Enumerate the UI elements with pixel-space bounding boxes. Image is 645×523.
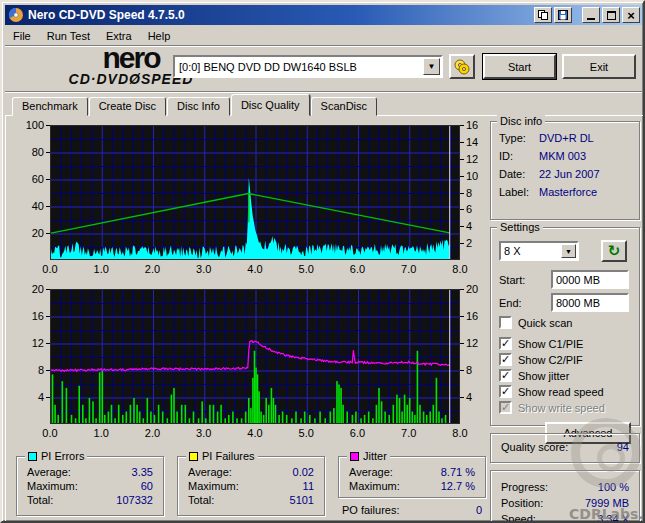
pi-errors-stats: PI Errors Average:3.35 Maximum:60 Total:… bbox=[16, 456, 164, 516]
y-axis-right-labels: 20161284 bbox=[460, 289, 486, 424]
disc-quality-page: 100806040201614121086420.01.02.03.04.05.… bbox=[5, 115, 644, 522]
jitter-stats: Jitter Average:8.71 % Maximum:12.7 % bbox=[338, 456, 486, 498]
checkbox-show-read-speed[interactable]: ✓Show read speed bbox=[499, 385, 631, 398]
right-panel: Disc info Type:DVD+R DL ID:MKM 003 Date:… bbox=[490, 121, 640, 523]
x-axis-labels: 0.01.02.03.04.05.06.07.08.0 bbox=[50, 424, 460, 441]
checkbox-icon[interactable]: ✓ bbox=[499, 385, 512, 398]
stat-label: Average: bbox=[349, 466, 393, 478]
checkbox-label: Quick scan bbox=[518, 317, 572, 329]
info-label: ID: bbox=[499, 150, 539, 162]
settings-group: Settings 8 X ▼ ↻ Start: 0000 MB End: 800… bbox=[490, 227, 640, 426]
menu-file[interactable]: File bbox=[5, 28, 39, 44]
refresh-button[interactable]: ↻ bbox=[601, 240, 627, 262]
scan-speed-select[interactable]: 8 X ▼ bbox=[499, 241, 579, 261]
checkbox-icon: ✓ bbox=[499, 401, 512, 414]
tab-disc-quality[interactable]: Disc Quality bbox=[231, 94, 310, 116]
save-icon bbox=[558, 10, 568, 20]
checkbox-icon[interactable]: ✓ bbox=[499, 337, 512, 350]
checkbox-show-write-speed: ✓Show write speed bbox=[499, 401, 631, 414]
info-label: Date: bbox=[499, 168, 539, 180]
checkbox-icon[interactable] bbox=[499, 316, 512, 329]
progress-value: 100 % bbox=[598, 481, 629, 493]
checkbox-label: Show C1/PIE bbox=[518, 338, 583, 350]
maximize-button[interactable] bbox=[602, 7, 620, 23]
checkbox-show-c1-pie[interactable]: ✓Show C1/PIE bbox=[499, 337, 631, 350]
pi-failures-chart: 20161284201612840.01.02.03.04.05.06.07.0… bbox=[12, 289, 486, 441]
disc-info-title: Disc info bbox=[497, 115, 545, 127]
stat-value: 11 bbox=[303, 480, 314, 492]
refresh-icon: ↻ bbox=[608, 242, 621, 260]
eject-disc-button[interactable] bbox=[449, 54, 475, 79]
chart-plot-area bbox=[50, 289, 460, 424]
exit-button[interactable]: Exit bbox=[562, 54, 636, 79]
y-axis-left-labels: 20161284 bbox=[12, 289, 50, 424]
maximize-icon bbox=[607, 11, 616, 20]
copy-icon bbox=[538, 10, 548, 20]
stat-label: Total: bbox=[27, 494, 53, 506]
checkbox-show-jitter[interactable]: ✓Show jitter bbox=[499, 369, 631, 382]
quality-score-box: Quality score: 94 bbox=[490, 433, 640, 463]
chevron-down-icon[interactable]: ▼ bbox=[423, 58, 440, 75]
app-icon bbox=[8, 7, 24, 23]
end-position-input[interactable]: 8000 MB bbox=[551, 293, 629, 312]
tab-disc-info[interactable]: Disc Info bbox=[167, 97, 230, 116]
checkbox-quick-scan[interactable]: Quick scan bbox=[499, 316, 631, 329]
menu-run-test[interactable]: Run Test bbox=[39, 28, 98, 44]
po-failures-label: PO failures: bbox=[342, 504, 399, 516]
pi-errors-chart: 100806040201614121086420.01.02.03.04.05.… bbox=[12, 125, 486, 277]
save-screenshot-button[interactable] bbox=[554, 7, 572, 23]
stat-value: 60 bbox=[141, 480, 153, 492]
start-button[interactable]: Start bbox=[483, 54, 556, 79]
tab-benchmark[interactable]: Benchmark bbox=[12, 97, 88, 116]
stat-label: Total: bbox=[188, 494, 214, 506]
tab-create-disc[interactable]: Create Disc bbox=[89, 97, 166, 116]
close-button[interactable]: × bbox=[622, 7, 640, 23]
y-axis-right-labels: 161412108642 bbox=[460, 125, 486, 260]
checkbox-icon[interactable]: ✓ bbox=[499, 369, 512, 382]
start-position-value: 0000 MB bbox=[556, 274, 600, 286]
info-value: DVD+R DL bbox=[539, 132, 594, 144]
pi-failures-stats: PI Failures Average:0.02 Maximum:11 Tota… bbox=[177, 456, 325, 516]
settings-title: Settings bbox=[497, 221, 543, 233]
stat-label: Maximum: bbox=[27, 480, 78, 492]
stat-value: 107332 bbox=[116, 494, 153, 506]
pi-errors-legend-swatch bbox=[28, 452, 37, 461]
checkbox-label: Show write speed bbox=[518, 402, 605, 414]
drive-select[interactable]: [0:0] BENQ DVD DD DW1640 BSLB ▼ bbox=[173, 55, 443, 78]
jitter-legend-swatch bbox=[350, 452, 359, 461]
start-position-input[interactable]: 0000 MB bbox=[551, 270, 629, 289]
po-failures: PO failures: 0 bbox=[338, 504, 486, 516]
minimize-button[interactable] bbox=[582, 7, 600, 23]
minimize-icon bbox=[587, 18, 595, 20]
info-value: Masterforce bbox=[539, 186, 597, 198]
stat-label: Average: bbox=[27, 466, 71, 478]
menu-bar: FileRun TestExtraHelp bbox=[5, 26, 642, 45]
info-label: Type: bbox=[499, 132, 539, 144]
quality-score-label: Quality score: bbox=[501, 441, 568, 453]
pi-failures-title: PI Failures bbox=[202, 450, 255, 462]
info-label: Label: bbox=[499, 186, 539, 198]
pi-errors-title: PI Errors bbox=[41, 450, 84, 462]
checkbox-label: Show C2/PIF bbox=[518, 354, 583, 366]
po-failures-value: 0 bbox=[476, 504, 482, 516]
settings-checkboxes: Quick scan✓Show C1/PIE✓Show C2/PIF✓Show … bbox=[499, 316, 631, 414]
jitter-stats-col: Jitter Average:8.71 % Maximum:12.7 % PO … bbox=[338, 456, 486, 516]
checkbox-icon[interactable]: ✓ bbox=[499, 353, 512, 366]
checkbox-label: Show read speed bbox=[518, 386, 604, 398]
chevron-down-icon[interactable]: ▼ bbox=[561, 244, 576, 258]
tab-scandisc[interactable]: ScanDisc bbox=[311, 97, 377, 116]
x-axis-labels: 0.01.02.03.04.05.06.07.08.0 bbox=[50, 260, 460, 277]
close-icon: × bbox=[627, 9, 635, 22]
speed-label: Speed: bbox=[501, 513, 536, 523]
stat-value: 3.35 bbox=[132, 466, 153, 478]
y-axis-left-labels: 10080604020 bbox=[12, 125, 50, 260]
divider bbox=[5, 91, 642, 93]
app-window: Nero CD-DVD Speed 4.7.5.0 × FileRun bbox=[0, 0, 645, 523]
jitter-title: Jitter bbox=[363, 450, 387, 462]
progress-label: Progress: bbox=[501, 481, 548, 493]
speed-value: 3.34 X bbox=[597, 513, 629, 523]
exit-button-label: Exit bbox=[590, 61, 608, 73]
end-field-label: End: bbox=[499, 297, 551, 309]
checkbox-show-c2-pif[interactable]: ✓Show C2/PIF bbox=[499, 353, 631, 366]
copy-screenshot-button[interactable] bbox=[534, 7, 552, 23]
